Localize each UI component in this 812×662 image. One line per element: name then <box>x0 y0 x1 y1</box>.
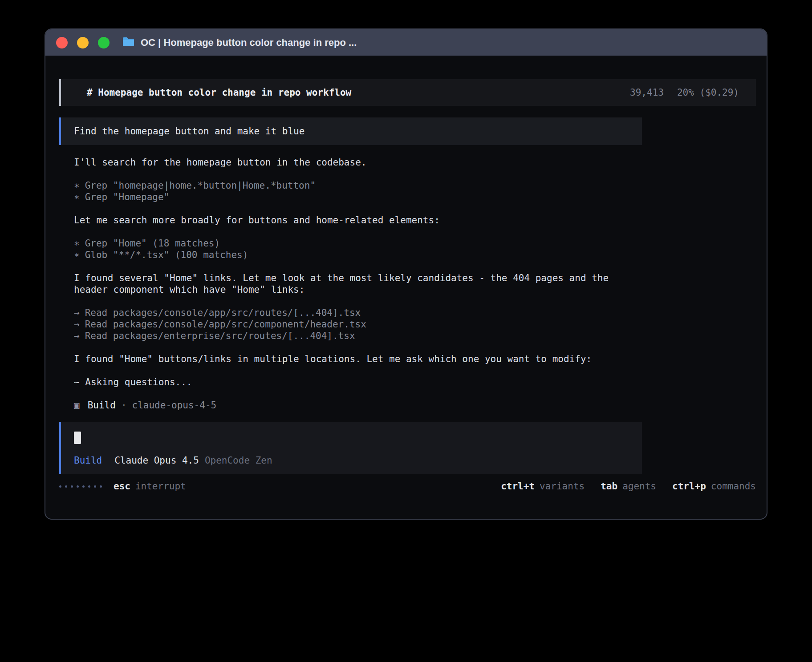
assistant-paragraph: I found several "Home" links. Let me loo… <box>74 272 644 295</box>
tool-call-read: →Read packages/console/app/src/routes/[.… <box>74 307 756 319</box>
terminal-content: # Homepage button color change in repo w… <box>45 56 767 519</box>
tool-call-grep: ∗Grep "homepage|home.*button|Home.*butto… <box>74 180 756 191</box>
shortcut-variants: ctrl+t variants <box>501 480 585 492</box>
folder-icon <box>122 36 135 48</box>
spinner-dots-icon <box>59 485 102 488</box>
editor-meta: BuildClaude Opus 4.5OpenCode Zen <box>74 455 629 466</box>
tool-asterisk-icon: ∗ <box>74 192 80 202</box>
session-title: # Homepage button color change in repo w… <box>87 87 351 98</box>
shortcut-commands: ctrl+p commands <box>672 480 756 492</box>
tool-call-text: Grep "Home" (18 matches) <box>85 238 220 249</box>
esc-key: esc <box>114 480 130 492</box>
assistant-paragraph: Let me search more broadly for buttons a… <box>74 214 644 226</box>
tool-call-group: →Read packages/console/app/src/routes/[.… <box>74 307 756 342</box>
titlebar: OC | Homepage button color change in rep… <box>45 29 767 56</box>
tool-call-text: Read packages/enterprise/src/routes/[...… <box>85 331 355 341</box>
context-usage: 20% ($0.29) <box>677 87 739 98</box>
text-cursor <box>74 432 81 444</box>
active-model-label: Claude Opus 4.5 <box>114 455 199 466</box>
editor-line <box>74 432 629 444</box>
shortcut-key: ctrl+p <box>672 480 706 492</box>
tool-call-read: →Read packages/console/app/src/component… <box>74 319 756 330</box>
shortcut-key: tab <box>601 480 617 492</box>
assistant-paragraph: I'll search for the homepage button in t… <box>74 157 644 168</box>
terminal-window: OC | Homepage button color change in rep… <box>45 28 767 520</box>
tool-call-read: →Read packages/enterprise/src/routes/[..… <box>74 330 756 342</box>
window-title: OC | Homepage button color change in rep… <box>141 37 357 48</box>
user-message: Find the homepage button and make it blu… <box>59 117 642 145</box>
user-message-text: Find the homepage button and make it blu… <box>74 126 304 137</box>
tool-asterisk-icon: ∗ <box>74 250 80 260</box>
tool-call-group: ∗Grep "homepage|home.*button|Home.*butto… <box>74 180 756 203</box>
tool-call-text: Read packages/console/app/src/component/… <box>85 319 366 330</box>
esc-label: interrupt <box>135 480 186 492</box>
shortcut-label: agents <box>622 480 656 492</box>
minimize-button[interactable] <box>77 37 89 48</box>
provider-label: OpenCode Zen <box>205 455 272 466</box>
tool-call-group: ∗Grep "Home" (18 matches) ∗Glob "**/*.ts… <box>74 238 756 261</box>
active-agent-label: Build <box>74 455 102 466</box>
shortcut-agents: tab agents <box>601 480 656 492</box>
activity-status: ~ Asking questions... <box>74 376 756 388</box>
arrow-right-icon: → <box>74 319 80 330</box>
tool-call-text: Glob "**/*.tsx" (100 matches) <box>85 250 248 260</box>
tool-call-glob: ∗Glob "**/*.tsx" (100 matches) <box>74 249 756 261</box>
shortcut-list: ctrl+t variants tab agents ctrl+p comman… <box>501 480 756 492</box>
tool-call-text: Grep "Homepage" <box>85 192 170 202</box>
zoom-button[interactable] <box>98 37 110 48</box>
tool-call-grep: ∗Grep "Homepage" <box>74 191 756 203</box>
agent-square-icon: ▣ <box>74 400 80 411</box>
agent-model: claude-opus-4-5 <box>132 400 217 411</box>
tool-call-grep: ∗Grep "Home" (18 matches) <box>74 238 756 249</box>
tool-asterisk-icon: ∗ <box>74 238 80 249</box>
separator-dot: · <box>121 400 127 411</box>
agent-name: Build <box>88 400 116 411</box>
shortcut-key: ctrl+t <box>501 480 535 492</box>
tool-call-text: Grep "homepage|home.*button|Home.*button… <box>85 180 316 191</box>
shortcut-interrupt: esc interrupt <box>114 480 186 492</box>
agent-badge: ▣Build·claude-opus-4-5 <box>74 400 756 411</box>
traffic-lights <box>56 37 110 48</box>
shortcut-label: variants <box>540 480 585 492</box>
session-header: # Homepage button color change in repo w… <box>59 79 756 106</box>
assistant-paragraph: I found "Home" buttons/links in multiple… <box>74 353 644 365</box>
status-bar: esc interrupt ctrl+t variants tab agents… <box>59 480 756 492</box>
token-count: 39,413 <box>630 87 664 98</box>
close-button[interactable] <box>56 37 68 48</box>
prompt-editor[interactable]: BuildClaude Opus 4.5OpenCode Zen <box>59 422 642 474</box>
tool-call-text: Read packages/console/app/src/routes/[..… <box>85 307 361 318</box>
arrow-right-icon: → <box>74 307 80 318</box>
tool-asterisk-icon: ∗ <box>74 180 80 191</box>
shortcut-label: commands <box>711 480 756 492</box>
arrow-right-icon: → <box>74 331 80 341</box>
title-area: OC | Homepage button color change in rep… <box>122 36 357 48</box>
session-meta: 39,413 20% ($0.29) <box>630 87 739 98</box>
